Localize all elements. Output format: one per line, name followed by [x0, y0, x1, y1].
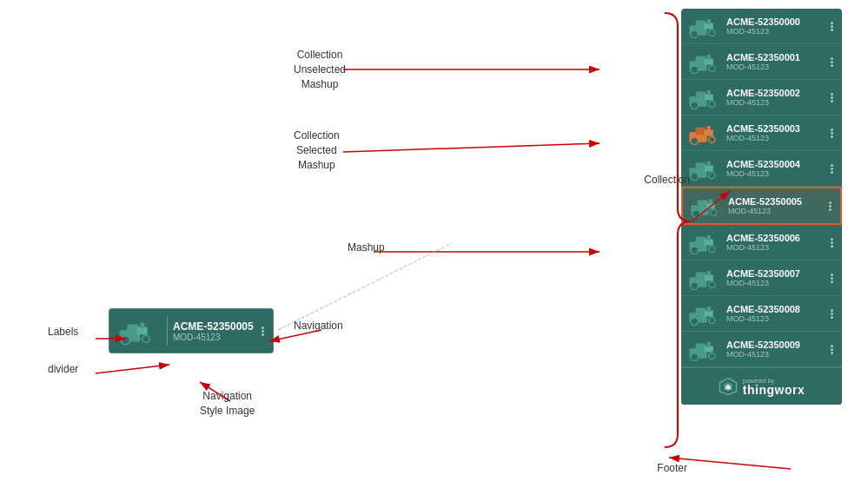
- item-subtitle-5: MOD-45123: [728, 207, 827, 215]
- svg-line-74: [669, 458, 791, 469]
- svg-point-51: [709, 317, 715, 323]
- annotation-footer: Footer: [657, 462, 687, 476]
- mashup-navigation-button[interactable]: [262, 326, 264, 336]
- svg-rect-59: [707, 342, 711, 347]
- tractor-icon-5: [690, 194, 721, 218]
- item-labels-6: ACME-52350006 MOD-45123: [726, 233, 829, 252]
- tractor-icon-1: [688, 49, 719, 74]
- svg-line-79: [278, 243, 452, 330]
- svg-point-15: [709, 101, 715, 107]
- collection-item-9[interactable]: ACME-52350009 MOD-45123: [681, 332, 842, 367]
- item-menu-7[interactable]: [829, 274, 835, 283]
- svg-point-38: [691, 247, 699, 254]
- item-menu-1[interactable]: [829, 57, 835, 67]
- logo-text-wrap: powered by thingworx: [743, 378, 805, 396]
- tractor-icon-2: [688, 85, 719, 109]
- svg-point-66: [142, 335, 149, 342]
- tractor-icon-8: [688, 301, 719, 326]
- svg-rect-49: [696, 308, 706, 316]
- svg-rect-11: [707, 55, 711, 60]
- item-subtitle-7: MOD-45123: [726, 279, 829, 287]
- svg-rect-7: [696, 56, 706, 64]
- item-title-8: ACME-52350008: [726, 304, 829, 314]
- svg-rect-68: [140, 323, 144, 329]
- annotation-nav-style-image: Navigation Style Image: [200, 389, 255, 419]
- item-menu-8[interactable]: [829, 309, 835, 319]
- tractor-icon-6: [688, 230, 719, 254]
- svg-rect-29: [707, 162, 711, 167]
- annotation-collection-unselected: Collection Unselected Mashup: [294, 48, 346, 91]
- collection-panel: ACME-52350000 MOD-45123 ACME-52350001 MO…: [681, 9, 842, 405]
- collection-item-3[interactable]: ACME-52350003 MOD-45123: [681, 115, 842, 151]
- tractor-icon-4: [688, 156, 719, 181]
- item-title-5: ACME-52350005: [728, 196, 827, 207]
- svg-point-26: [691, 173, 699, 181]
- svg-point-56: [691, 353, 699, 361]
- item-menu-6[interactable]: [829, 238, 835, 247]
- item-title-6: ACME-52350006: [726, 233, 829, 243]
- item-labels-8: ACME-52350008 MOD-45123: [726, 304, 829, 323]
- svg-rect-1: [696, 21, 706, 29]
- collection-item-6[interactable]: ACME-52350006 MOD-45123: [681, 225, 842, 260]
- item-menu-4[interactable]: [829, 164, 835, 174]
- item-subtitle-2: MOD-45123: [726, 98, 829, 107]
- item-labels-7: ACME-52350007 MOD-45123: [726, 268, 829, 287]
- item-title-9: ACME-52350009: [726, 340, 829, 350]
- svg-point-3: [709, 30, 715, 36]
- svg-rect-55: [696, 344, 706, 352]
- collection-item-4[interactable]: ACME-52350004 MOD-45123: [681, 151, 842, 187]
- svg-point-65: [121, 336, 129, 345]
- item-menu-3[interactable]: [829, 129, 835, 138]
- svg-point-21: [709, 136, 715, 142]
- collection-footer: powered by thingworx: [681, 367, 842, 405]
- svg-point-32: [692, 210, 700, 218]
- mashup-detail-labels: ACME-52350005 MOD-45123: [173, 320, 258, 342]
- svg-line-76: [96, 365, 169, 373]
- collection-item-2[interactable]: ACME-52350002 MOD-45123: [681, 80, 842, 115]
- item-title-2: ACME-52350002: [726, 88, 829, 98]
- item-subtitle-9: MOD-45123: [726, 350, 829, 359]
- svg-rect-23: [707, 126, 711, 131]
- svg-rect-53: [707, 307, 711, 312]
- annotation-collection-selected: Collection Selected Mashup: [294, 129, 340, 172]
- item-subtitle-0: MOD-45123: [726, 27, 829, 36]
- item-subtitle-6: MOD-45123: [726, 243, 829, 252]
- mashup-detail-tractor-icon: [118, 316, 155, 346]
- item-labels-9: ACME-52350009 MOD-45123: [726, 340, 829, 359]
- collection-item-1[interactable]: ACME-52350001 MOD-45123: [681, 44, 842, 80]
- svg-point-33: [711, 209, 717, 215]
- collection-item-7[interactable]: ACME-52350007 MOD-45123: [681, 260, 842, 296]
- svg-rect-64: [127, 324, 138, 333]
- item-menu-9[interactable]: [829, 345, 835, 354]
- collection-item-5[interactable]: ACME-52350005 MOD-45123: [681, 187, 842, 225]
- svg-point-2: [691, 30, 699, 38]
- item-title-4: ACME-52350004: [726, 159, 829, 169]
- item-menu-5[interactable]: [827, 201, 833, 211]
- annotation-divider: divider: [48, 363, 78, 377]
- svg-rect-37: [696, 237, 706, 245]
- tractor-icon-0: [688, 14, 719, 38]
- mashup-detail-subtitle: MOD-45123: [173, 333, 258, 342]
- item-menu-0[interactable]: [829, 22, 835, 31]
- item-subtitle-4: MOD-45123: [726, 169, 829, 178]
- annotation-labels: Labels: [48, 326, 78, 340]
- item-title-7: ACME-52350007: [726, 268, 829, 279]
- annotation-mashup: Mashup: [348, 241, 385, 255]
- svg-rect-43: [696, 273, 706, 280]
- collection-item-0[interactable]: ACME-52350000 MOD-45123: [681, 9, 842, 44]
- tractor-icon-7: [688, 266, 719, 290]
- item-title-0: ACME-52350000: [726, 16, 829, 27]
- svg-point-8: [691, 66, 699, 74]
- item-subtitle-3: MOD-45123: [726, 134, 829, 142]
- svg-rect-41: [707, 235, 711, 241]
- item-labels-2: ACME-52350002 MOD-45123: [726, 88, 829, 107]
- svg-rect-31: [698, 201, 708, 208]
- svg-point-9: [709, 65, 715, 71]
- svg-point-57: [709, 353, 715, 359]
- item-menu-2[interactable]: [829, 93, 835, 102]
- svg-point-39: [709, 246, 715, 252]
- thingworx-brand-label: thingworx: [743, 384, 805, 396]
- item-labels-0: ACME-52350000 MOD-45123: [726, 16, 829, 36]
- collection-item-8[interactable]: ACME-52350008 MOD-45123: [681, 296, 842, 332]
- svg-rect-25: [696, 163, 706, 171]
